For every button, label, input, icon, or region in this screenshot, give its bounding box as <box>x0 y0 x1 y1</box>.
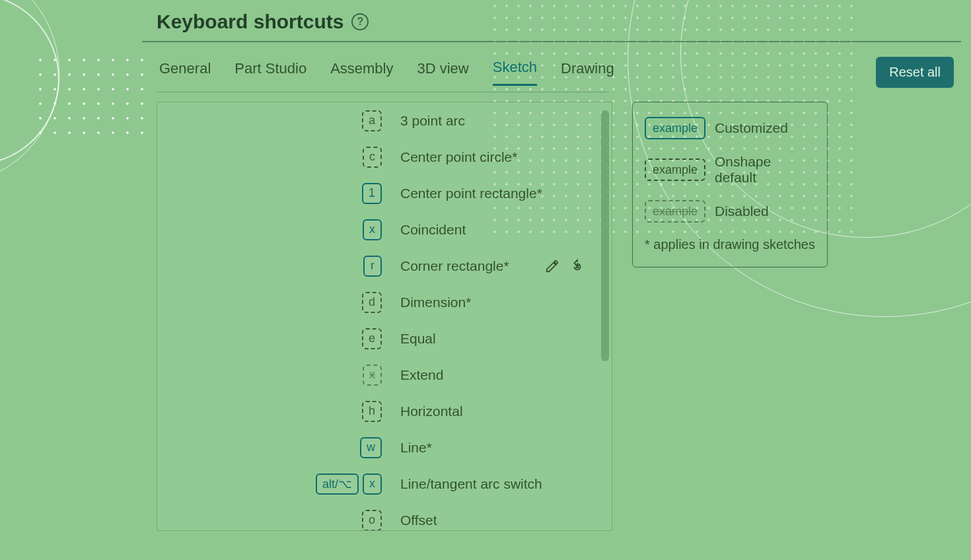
tab-general[interactable]: General <box>159 60 211 85</box>
key-badge: c <box>363 147 382 168</box>
shortcut-keys: c <box>170 147 382 168</box>
shortcut-row[interactable]: cCenter point circle* <box>157 139 612 175</box>
reset-all-button[interactable]: Reset all <box>876 57 954 88</box>
shortcut-row[interactable]: alt/⌥xLine/tangent arc switch <box>157 466 612 502</box>
shortcut-keys: x <box>170 365 382 386</box>
shortcut-label: Center point rectangle* <box>400 186 612 201</box>
key-badge: x <box>363 473 382 495</box>
key-badge: alt/⌥ <box>316 473 359 495</box>
shortcut-row[interactable]: rCorner rectangle* <box>157 248 612 284</box>
legend-row-disabled: example Disabled <box>645 200 815 223</box>
reset-icon[interactable] <box>569 258 585 274</box>
shortcut-label: 3 point arc <box>400 113 612 129</box>
key-badge: e <box>362 328 382 349</box>
row-actions <box>544 258 585 274</box>
legend-label: Onshape default <box>715 154 815 186</box>
shortcut-label: Extend <box>400 367 612 383</box>
shortcut-row[interactable]: eEqual <box>157 320 612 357</box>
key-badge: x <box>363 219 382 240</box>
shortcut-keys: alt/⌥x <box>170 473 382 495</box>
scrollbar-thumb[interactable] <box>601 110 609 361</box>
shortcut-keys: e <box>170 328 382 349</box>
shortcut-label: Line* <box>400 440 612 456</box>
shortcut-row[interactable]: oOffset <box>157 502 612 531</box>
shortcut-label: Line/tangent arc switch <box>400 476 612 492</box>
tab-3d-view[interactable]: 3D view <box>417 60 468 85</box>
tab-sketch[interactable]: Sketch <box>493 59 537 86</box>
legend-row-default: example Onshape default <box>645 154 815 186</box>
shortcut-keys: r <box>170 256 382 277</box>
decorative-circle <box>0 0 59 185</box>
help-icon[interactable]: ? <box>351 13 369 30</box>
edit-icon[interactable] <box>544 258 560 274</box>
shortcut-keys: d <box>170 292 382 313</box>
tab-assembly[interactable]: Assembly <box>330 60 393 85</box>
shortcut-label: Corner rectangle* <box>400 258 544 274</box>
legend-panel: example Customized example Onshape defau… <box>632 102 828 267</box>
legend-row-customized: example Customized <box>645 117 815 139</box>
legend-key-default: example <box>645 158 705 181</box>
shortcut-row[interactable]: dDimension* <box>157 284 612 320</box>
shortcut-keys: 1 <box>170 183 382 204</box>
shortcut-row[interactable]: xExtend <box>157 357 612 393</box>
legend-key-customized: example <box>645 117 705 139</box>
shortcut-list: a3 point arccCenter point circle*1Center… <box>157 102 612 531</box>
key-badge: d <box>362 292 382 313</box>
key-badge: h <box>362 401 382 422</box>
shortcut-label: Dimension* <box>400 295 612 310</box>
divider <box>157 92 609 92</box>
shortcut-label: Offset <box>400 512 612 528</box>
key-badge: o <box>362 510 382 531</box>
shortcut-row[interactable]: 1Center point rectangle* <box>157 175 612 211</box>
legend-label: Customized <box>715 120 788 136</box>
shortcut-row[interactable]: a3 point arc <box>157 102 612 139</box>
key-badge: a <box>362 110 382 131</box>
decorative-dots <box>33 53 152 139</box>
shortcut-row[interactable]: xCoincident <box>157 211 612 248</box>
shortcut-label: Coincident <box>400 222 612 238</box>
header: Keyboard shortcuts ? <box>142 0 971 41</box>
legend-note: * applies in drawing sketches <box>645 237 815 252</box>
shortcut-row[interactable]: hHorizontal <box>157 393 612 429</box>
tab-part-studio[interactable]: Part Studio <box>234 60 306 85</box>
legend-key-disabled: example <box>645 200 705 223</box>
shortcut-keys: o <box>170 510 382 531</box>
settings-panel: Keyboard shortcuts ? GeneralPart StudioA… <box>142 0 971 560</box>
tab-drawing[interactable]: Drawing <box>561 60 614 85</box>
key-badge: w <box>360 437 382 458</box>
legend-label: Disabled <box>715 203 769 219</box>
key-badge: x <box>363 365 382 386</box>
key-badge: r <box>363 256 382 277</box>
shortcut-keys: w <box>170 437 382 458</box>
tab-bar: GeneralPart StudioAssembly3D viewSketchD… <box>142 42 971 92</box>
shortcut-keys: x <box>170 219 382 240</box>
key-badge: 1 <box>362 183 382 204</box>
shortcut-label: Center point circle* <box>400 149 612 165</box>
shortcut-keys: a <box>170 110 382 131</box>
shortcut-label: Horizontal <box>400 403 612 419</box>
shortcut-keys: h <box>170 401 382 422</box>
shortcut-label: Equal <box>400 331 612 347</box>
shortcut-row[interactable]: wLine* <box>157 429 612 466</box>
page-title: Keyboard shortcuts <box>157 11 343 33</box>
decorative-circle <box>0 0 59 165</box>
